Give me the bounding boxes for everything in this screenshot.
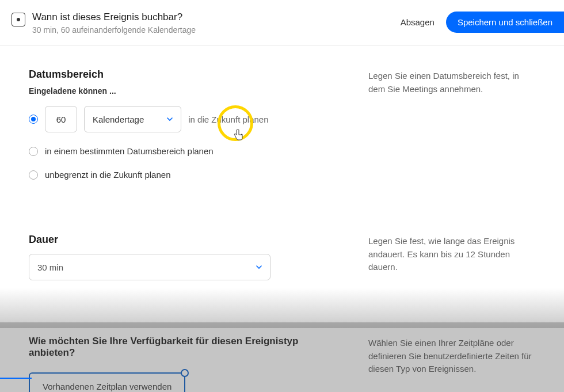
radio-option-future[interactable]: Kalendertage in die Zukunft planen xyxy=(29,106,334,132)
duration-value: 30 min xyxy=(37,262,63,272)
cancel-button[interactable]: Absagen xyxy=(398,13,437,32)
radio-specific[interactable] xyxy=(29,147,38,156)
date-range-help: Legen Sie einen Datumsbereich fest, in d… xyxy=(368,68,535,193)
availability-title: Wie möchten Sie Ihre Verfügbarkeit für d… xyxy=(29,336,340,359)
date-range-title: Datumsbereich xyxy=(29,68,334,81)
date-range-section: Datumsbereich Eingeladene können ... Kal… xyxy=(0,45,564,193)
page-title: Wann ist dieses Ereignis buchbar? xyxy=(32,12,196,23)
save-button[interactable]: Speichern und schließen xyxy=(446,12,564,33)
selection-line xyxy=(0,378,32,379)
days-input[interactable] xyxy=(45,106,77,132)
duration-title: Dauer xyxy=(29,234,334,246)
calendar-box-icon xyxy=(12,13,25,26)
unit-dropdown-label: Kalendertage xyxy=(93,115,144,124)
unlimited-label: unbegrenzt in die Zukunft planen xyxy=(45,170,171,180)
page-header: Wann ist dieses Ereignis buchbar? 30 min… xyxy=(0,0,564,45)
tab-label: Vorhandenen Zeitplan verwenden xyxy=(43,382,172,391)
radio-unlimited[interactable] xyxy=(29,170,38,180)
chevron-down-icon xyxy=(167,116,173,122)
header-actions: Absagen Speichern und schließen xyxy=(398,12,564,33)
tab-existing-schedule[interactable]: Vorhandenen Zeitplan verwenden xyxy=(29,372,185,392)
chevron-down-icon xyxy=(256,264,262,270)
availability-section: Wie möchten Sie Ihre Verfügbarkeit für d… xyxy=(0,336,564,392)
selection-handle-icon xyxy=(181,369,189,377)
fade-overlay xyxy=(0,288,564,328)
duration-dropdown[interactable]: 30 min xyxy=(29,254,270,280)
radio-option-specific[interactable]: in einem bestimmten Datumsbereich planen xyxy=(29,146,334,156)
page-subtitle: 30 min, 60 aufeinanderfolgende Kalendert… xyxy=(32,25,196,35)
duration-help: Legen Sie fest, wie lange das Ereignis a… xyxy=(368,234,535,280)
duration-section: Dauer 30 min Legen Sie fest, wie lange d… xyxy=(0,234,564,280)
radio-option-unlimited[interactable]: unbegrenzt in die Zukunft planen xyxy=(29,170,334,180)
specific-label: in einem bestimmten Datumsbereich planen xyxy=(45,146,214,156)
date-range-label: Eingeladene können ... xyxy=(29,86,334,96)
future-suffix: in die Zukunft planen xyxy=(188,115,268,124)
header-left: Wann ist dieses Ereignis buchbar? 30 min… xyxy=(12,12,196,35)
radio-future[interactable] xyxy=(29,115,38,124)
unit-dropdown[interactable]: Kalendertage xyxy=(84,106,181,132)
availability-help: Wählen Sie einen Ihrer Zeitpläne oder de… xyxy=(368,336,535,392)
